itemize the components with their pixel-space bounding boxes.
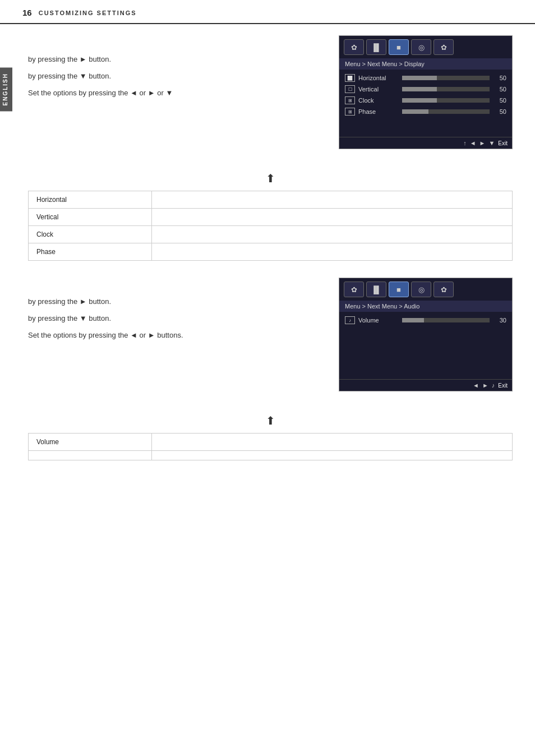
table-cell-right [152, 209, 513, 226]
main-content: by pressing the ► button. by pressing th… [0, 24, 535, 488]
vertical-value: 50 [494, 86, 506, 93]
phase-bar [402, 109, 490, 114]
side-tab-english: ENGLISH [0, 67, 12, 111]
display-instr-3: Set the options by pressing the ◄ or ► o… [28, 86, 328, 100]
audio-footer-left-icon: ◄ [473, 382, 479, 389]
display-osd-footer: ↑ ◄ ► ▼ Exit [339, 137, 512, 149]
table-row: Volume [29, 434, 513, 451]
volume-bar [402, 318, 490, 322]
osd-icon-2[interactable]: ■ [389, 39, 409, 55]
volume-label: Volume [358, 317, 398, 324]
clock-icon: ⊞ [345, 96, 355, 104]
audio-section: by pressing the ► button. by pressing th… [28, 278, 513, 391]
osd-item-volume: ♪ Volume 30 [345, 316, 506, 324]
display-return-icon-row: ⬆ [28, 166, 513, 191]
display-instr-2: by pressing the ▼ button. [28, 69, 328, 84]
audio-osd-icon-3[interactable]: ◎ [411, 282, 431, 297]
vertical-label: Vertical [358, 86, 398, 93]
audio-osd-icon-1[interactable]: ▐▌ [366, 282, 386, 297]
footer-exit-label[interactable]: Exit [498, 140, 508, 146]
footer-left-icon: ◄ [470, 140, 476, 146]
footer-down-icon: ▼ [488, 140, 495, 146]
audio-osd-breadcrumb: Menu > Next Menu > Audio [339, 301, 512, 312]
table-cell-left: Phase [29, 243, 152, 261]
display-osd-icons-row: ✿ ▐▌ ■ ◎ ✿ [339, 36, 512, 58]
page-title: CUSTOMIZING SETTINGS [39, 10, 137, 16]
footer-up-icon: ↑ [463, 140, 467, 146]
osd-icon-3[interactable]: ◎ [411, 39, 431, 55]
clock-bar [402, 98, 490, 103]
audio-instr-3: Set the options by pressing the ◄ or ► b… [28, 328, 328, 343]
display-osd-breadcrumb: Menu > Next Menu > Display [339, 58, 512, 70]
horizontal-bar-fill [402, 76, 437, 80]
audio-osd-menu-body: ♪ Volume 30 [339, 312, 512, 379]
display-osd-menu-body: ⬜ Horizontal 50 ☐ Vertical 50 ⊞ [339, 70, 512, 137]
osd-item-phase: ⊞ Phase 50 [345, 108, 506, 116]
table-row: Phase [29, 243, 513, 261]
table-cell-left [29, 451, 152, 460]
table-row: Horizontal [29, 191, 513, 209]
osd-icon-1[interactable]: ▐▌ [366, 39, 386, 55]
audio-osd-footer: ◄ ► ♪ Exit [339, 379, 512, 391]
audio-footer-volume-icon: ♪ [492, 382, 495, 389]
page-number: 16 [22, 8, 32, 17]
audio-osd-icon-0[interactable]: ✿ [344, 282, 364, 297]
phase-icon: ⊞ [345, 108, 355, 116]
vertical-bar [402, 87, 490, 91]
table-cell-right [152, 191, 513, 209]
audio-instr-2: by pressing the ▼ button. [28, 311, 328, 326]
horizontal-bar [402, 76, 490, 80]
osd-item-horizontal: ⬜ Horizontal 50 [345, 74, 506, 82]
osd-icon-4[interactable]: ✿ [433, 39, 454, 55]
vertical-icon: ☐ [345, 85, 355, 93]
audio-settings-table: Volume [28, 433, 513, 460]
audio-osd-icon-4[interactable]: ✿ [433, 282, 454, 297]
table-cell-left: Clock [29, 226, 152, 243]
osd-icon-0[interactable]: ✿ [344, 39, 364, 55]
audio-footer-exit-label[interactable]: Exit [498, 382, 508, 389]
audio-return-icon: ⬆ [266, 414, 275, 427]
display-instr-1: by pressing the ► button. [28, 52, 328, 67]
display-section: by pressing the ► button. by pressing th… [28, 35, 513, 149]
audio-instructions: by pressing the ► button. by pressing th… [28, 278, 339, 345]
volume-value: 30 [494, 317, 506, 324]
osd-item-vertical: ☐ Vertical 50 [345, 85, 506, 93]
horizontal-value: 50 [494, 75, 506, 81]
clock-label: Clock [358, 97, 398, 104]
vertical-bar-fill [402, 87, 437, 91]
table-cell-left: Volume [29, 434, 152, 451]
display-return-icon: ⬆ [266, 172, 275, 185]
osd-item-clock: ⊞ Clock 50 [345, 96, 506, 104]
audio-footer-right-icon: ► [482, 382, 488, 389]
audio-osd-icon-2[interactable]: ■ [389, 282, 409, 297]
page-header: 16 CUSTOMIZING SETTINGS [0, 0, 535, 24]
table-cell-right [152, 226, 513, 243]
table-cell-right [152, 243, 513, 261]
display-osd-panel: ✿ ▐▌ ■ ◎ ✿ Menu > Next Menu > Display ⬜ … [339, 35, 513, 149]
horizontal-icon: ⬜ [345, 74, 355, 82]
table-row: Clock [29, 226, 513, 243]
phase-bar-fill [402, 109, 428, 114]
clock-value: 50 [494, 97, 506, 104]
table-cell-left: Horizontal [29, 191, 152, 209]
table-row [29, 451, 513, 460]
phase-value: 50 [494, 108, 506, 115]
table-cell-right [152, 434, 513, 451]
display-instructions: by pressing the ► button. by pressing th… [28, 35, 339, 103]
volume-bar-fill [402, 318, 424, 322]
audio-osd-icons-row: ✿ ▐▌ ■ ◎ ✿ [339, 278, 512, 301]
display-settings-table: Horizontal Vertical Clock Phase [28, 191, 513, 261]
horizontal-label: Horizontal [358, 75, 398, 81]
volume-icon: ♪ [345, 316, 355, 324]
table-row: Vertical [29, 209, 513, 226]
audio-return-icon-row: ⬆ [28, 408, 513, 433]
audio-osd-panel: ✿ ▐▌ ■ ◎ ✿ Menu > Next Menu > Audio ♪ Vo… [339, 278, 513, 391]
clock-bar-fill [402, 98, 437, 103]
phase-label: Phase [358, 108, 398, 115]
table-cell-left: Vertical [29, 209, 152, 226]
table-cell-right [152, 451, 513, 460]
footer-right-icon: ► [479, 140, 486, 146]
audio-instr-1: by pressing the ► button. [28, 294, 328, 309]
